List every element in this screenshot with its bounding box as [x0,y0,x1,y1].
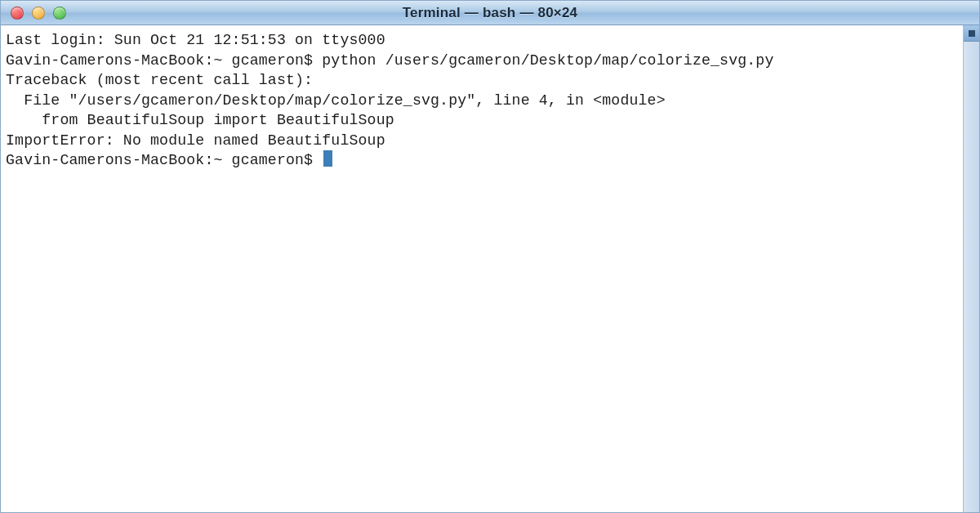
svg-rect-0 [969,30,975,37]
scrollbar[interactable] [963,25,979,512]
traffic-lights [1,7,66,20]
window-title: Terminal — bash — 80×24 [1,5,979,21]
prompt-line: Gavin-Camerons-MacBook:~ gcameron$ [6,150,958,171]
square-icon [968,29,976,38]
cursor-icon [323,150,332,167]
content-area: Last login: Sun Oct 21 12:51:53 on ttys0… [1,25,979,512]
output-line: ImportError: No module named BeautifulSo… [6,131,958,151]
output-line: Traceback (most recent call last): [6,70,958,91]
titlebar[interactable]: Terminal — bash — 80×24 [1,1,979,25]
terminal-output[interactable]: Last login: Sun Oct 21 12:51:53 on ttys0… [1,25,963,512]
scroll-up-button[interactable] [964,25,979,42]
zoom-icon[interactable] [53,7,66,20]
minimize-icon[interactable] [32,7,45,20]
output-line: Gavin-Camerons-MacBook:~ gcameron$ pytho… [6,51,958,71]
close-icon[interactable] [11,7,24,20]
terminal-window: Terminal — bash — 80×24 Last login: Sun … [0,0,980,513]
output-line: Last login: Sun Oct 21 12:51:53 on ttys0… [6,30,958,51]
output-line: File "/users/gcameron/Desktop/map/colori… [6,91,958,111]
prompt-text: Gavin-Camerons-MacBook:~ gcameron$ [6,152,322,168]
output-line: from BeautifulSoup import BeautifulSoup [6,110,958,131]
